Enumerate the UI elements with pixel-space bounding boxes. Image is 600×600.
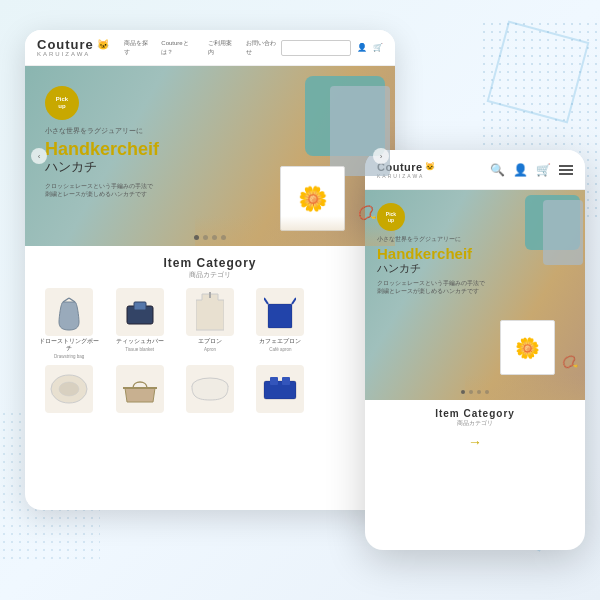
accessory-svg bbox=[262, 373, 298, 405]
cat-item-tablecloth-img bbox=[186, 365, 234, 413]
account-icon[interactable]: 👤 bbox=[357, 43, 367, 52]
svg-rect-5 bbox=[268, 304, 292, 328]
phone-hero-subtitle: 小さな世界をラグジュアリーに bbox=[377, 235, 485, 244]
tablecloth-svg bbox=[190, 374, 230, 404]
hero-title-en: Handkercheif bbox=[45, 140, 159, 158]
category-grid-row1: ドローストリングポーチ Drawstring bag ティッシュカバー Tiss… bbox=[37, 288, 383, 359]
cat-item-apron[interactable]: エプロン Apron bbox=[178, 288, 242, 359]
phone-hero-title-jp: ハンカチ bbox=[377, 261, 485, 276]
phone-hero-dots bbox=[461, 390, 489, 394]
phone-category-title-en: Item Category bbox=[375, 408, 575, 419]
phone-hero-title-rest: andkercheif bbox=[388, 245, 472, 262]
cat-item-tissue[interactable]: ティッシュカバー Tissue blanket bbox=[107, 288, 171, 359]
cat-item-cushion-img bbox=[45, 365, 93, 413]
svg-rect-12 bbox=[270, 377, 278, 385]
phone-hero-title-en: Handkercheif bbox=[377, 246, 485, 261]
tablet-nav: Couture 🐱 KARUIZAWA 商品を探す Coutureとは？ ご利用… bbox=[25, 30, 395, 66]
hero-dot-1[interactable] bbox=[194, 235, 199, 240]
phone-hero-dot-1[interactable] bbox=[461, 390, 465, 394]
tablet-logo-sub: KARUIZAWA bbox=[37, 51, 110, 57]
phone-glove-icon bbox=[543, 200, 583, 265]
cat-item-basket[interactable] bbox=[107, 365, 171, 417]
tablet-logo: Couture 🐱 KARUIZAWA bbox=[37, 38, 110, 57]
hero-title-rest: andkercheif bbox=[58, 139, 159, 159]
drawstring-bag-svg bbox=[51, 292, 87, 332]
phone-cart-icon[interactable]: 🛒 bbox=[536, 163, 551, 177]
phone-nav-icons: 🔍 👤 🛒 bbox=[490, 163, 573, 177]
nav-link-4[interactable]: お問い合わせ bbox=[246, 39, 281, 57]
phone-search-icon[interactable]: 🔍 bbox=[490, 163, 505, 177]
phone-hero-dot-3[interactable] bbox=[477, 390, 481, 394]
hero-dot-2[interactable] bbox=[203, 235, 208, 240]
phone-hero-dot-4[interactable] bbox=[485, 390, 489, 394]
tablet-hero-content: Pick up 小さな世界をラグジュアリーに Handkercheif ハンカチ… bbox=[45, 86, 159, 199]
cat-item-cafe-apron-img bbox=[256, 288, 304, 336]
hero-next-button[interactable]: › bbox=[373, 148, 389, 164]
phone-hero-desc: クロッシェレースという手編みの手法で刺繍とレースが楽しめるハンカチです bbox=[377, 280, 485, 295]
cat-item-accessory-img bbox=[256, 365, 304, 413]
category-title-en: Item Category bbox=[37, 256, 383, 270]
cafe-apron-svg bbox=[264, 294, 296, 330]
svg-line-0 bbox=[63, 298, 69, 302]
apron-name-jp: エプロン bbox=[198, 338, 222, 345]
hero-prev-button[interactable]: ‹ bbox=[31, 148, 47, 164]
phone-pearls-icon: 📿 bbox=[560, 354, 579, 372]
hero-dots bbox=[194, 235, 226, 240]
cat-item-apron-img bbox=[186, 288, 234, 336]
cat-item-cafe-apron[interactable]: カフェエプロン Café apron bbox=[248, 288, 312, 359]
hero-dot-3[interactable] bbox=[212, 235, 217, 240]
phone-hero-title-bold: H bbox=[377, 245, 388, 262]
drawstring-name-en: Drawstring bag bbox=[54, 354, 84, 359]
cat-item-tissue-img bbox=[116, 288, 164, 336]
cat-item-drawstring-img bbox=[45, 288, 93, 336]
phone-hero-content: Pick up 小さな世界をラグジュアリーに Handkercheif ハンカチ… bbox=[377, 202, 485, 295]
drawstring-name-jp: ドローストリングポーチ bbox=[37, 338, 101, 352]
phone-flower-emoji: 🌼 bbox=[515, 336, 540, 360]
wood-surface bbox=[195, 216, 395, 246]
cat-item-tablecloth[interactable] bbox=[178, 365, 242, 417]
cafe-apron-name-jp: カフェエプロン bbox=[259, 338, 301, 345]
phone-device: Couture 🐱 KARUIZAWA 🔍 👤 🛒 🌼 📿 bbox=[365, 150, 585, 550]
phone-category: Item Category 商品カテゴリ → bbox=[365, 400, 585, 458]
phone-hero-dot-2[interactable] bbox=[469, 390, 473, 394]
phone-pickup-badge: Pick up bbox=[377, 203, 405, 231]
cart-icon[interactable]: 🛒 bbox=[373, 43, 383, 52]
tablet-hero: 🌼 📿 Pick up 小さな世界をラグジュアリーに Handkercheif … bbox=[25, 66, 395, 246]
phone-category-title-jp: 商品カテゴリ bbox=[375, 419, 575, 428]
cat-item-basket-img bbox=[116, 365, 164, 413]
pickup-badge: Pick up bbox=[45, 86, 79, 120]
basket-svg bbox=[121, 372, 159, 406]
svg-rect-11 bbox=[264, 381, 296, 399]
cat-item-drawstring[interactable]: ドローストリングポーチ Drawstring bag bbox=[37, 288, 101, 359]
flower-emoji: 🌼 bbox=[298, 185, 328, 213]
svg-line-6 bbox=[264, 298, 268, 304]
cat-icon: 🐱 bbox=[97, 40, 110, 50]
apron-name-en: Apron bbox=[204, 347, 216, 352]
phone-nav: Couture 🐱 KARUIZAWA 🔍 👤 🛒 bbox=[365, 150, 585, 190]
svg-rect-13 bbox=[282, 377, 290, 385]
nav-link-1[interactable]: 商品を探す bbox=[124, 39, 154, 57]
tissue-name-jp: ティッシュカバー bbox=[116, 338, 164, 345]
hero-product-area: 🌼 📿 bbox=[195, 66, 395, 246]
tablet-device: Couture 🐱 KARUIZAWA 商品を探す Coutureとは？ ご利用… bbox=[25, 30, 395, 510]
cafe-apron-name-en: Café apron bbox=[269, 347, 291, 352]
phone-hero: 🌼 📿 Pick up 小さな世界をラグジュアリーに Handkercheif … bbox=[365, 190, 585, 400]
phone-handkerchief-icon: 🌼 bbox=[500, 320, 555, 375]
hero-dot-4[interactable] bbox=[221, 235, 226, 240]
tissue-name-en: Tissue blanket bbox=[125, 347, 154, 352]
cat-item-accessory[interactable] bbox=[248, 365, 312, 417]
tablet-category: Item Category 商品カテゴリ ドローストリングポーチ Drawstr… bbox=[25, 246, 395, 427]
hero-title-jp: ハンカチ bbox=[45, 158, 159, 176]
hamburger-menu[interactable] bbox=[559, 165, 573, 175]
cushion-svg bbox=[49, 372, 89, 406]
nav-link-2[interactable]: Coutureとは？ bbox=[161, 39, 200, 57]
phone-category-arrow[interactable]: → bbox=[375, 434, 575, 450]
phone-account-icon[interactable]: 👤 bbox=[513, 163, 528, 177]
tablet-logo-main: Couture 🐱 bbox=[37, 38, 110, 51]
svg-rect-3 bbox=[134, 302, 146, 310]
tablet-search-input[interactable] bbox=[281, 40, 351, 56]
tablet-nav-icons: 👤 🛒 bbox=[357, 43, 383, 52]
category-title-jp: 商品カテゴリ bbox=[37, 270, 383, 280]
nav-link-3[interactable]: ご利用案内 bbox=[208, 39, 238, 57]
cat-item-cushion[interactable] bbox=[37, 365, 101, 417]
